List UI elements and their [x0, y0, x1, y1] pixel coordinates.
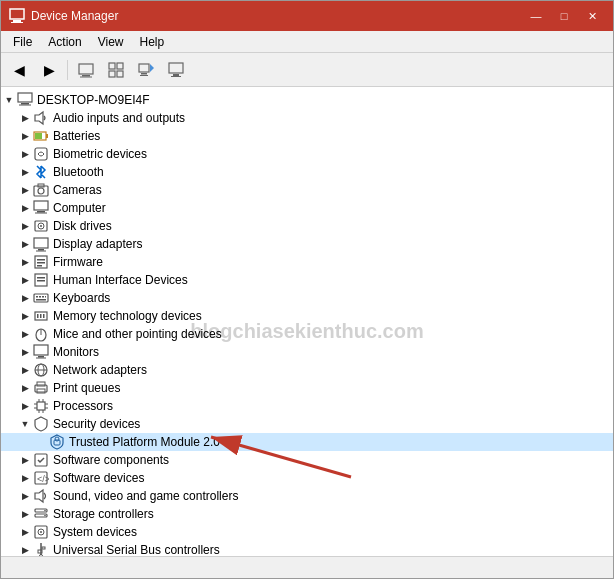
- expand-icon-storage[interactable]: ▶: [17, 506, 33, 522]
- forward-button[interactable]: ▶: [35, 57, 63, 83]
- back-button[interactable]: ◀: [5, 57, 33, 83]
- svg-rect-36: [36, 251, 46, 252]
- tree-item-tpm[interactable]: Trusted Platform Module 2.0: [1, 433, 613, 451]
- toolbar-btn-1[interactable]: [72, 57, 100, 83]
- tree-item-monitors[interactable]: ▶Monitors: [1, 343, 613, 361]
- tree-panel[interactable]: ▼ DESKTOP-MO9EI4F ▶Audio inputs and outp…: [1, 87, 613, 556]
- tree-item-storage[interactable]: ▶Storage controllers: [1, 505, 613, 523]
- minimize-button[interactable]: —: [523, 5, 549, 27]
- svg-rect-45: [36, 296, 38, 298]
- tree-label-softwaredev: Software devices: [53, 471, 144, 485]
- tree-item-computer[interactable]: ▶Computer: [1, 199, 613, 217]
- expand-icon-diskdrives[interactable]: ▶: [17, 218, 33, 234]
- tree-item-bluetooth[interactable]: ▶Bluetooth: [1, 163, 613, 181]
- expand-icon-hid[interactable]: ▶: [17, 272, 33, 288]
- tree-item-processors[interactable]: ▶Processors: [1, 397, 613, 415]
- expand-icon-mice[interactable]: ▶: [17, 326, 33, 342]
- svg-rect-38: [37, 259, 45, 261]
- tree-item-memtech[interactable]: ▶Memory technology devices: [1, 307, 613, 325]
- root-expand-icon[interactable]: ▼: [1, 92, 17, 108]
- expand-icon-usb[interactable]: ▶: [17, 542, 33, 556]
- tree-item-usb[interactable]: ▶Universal Serial Bus controllers: [1, 541, 613, 556]
- svg-rect-51: [37, 314, 39, 318]
- expand-icon-bluetooth[interactable]: ▶: [17, 164, 33, 180]
- tree-item-network[interactable]: ▶Network adapters: [1, 361, 613, 379]
- expand-icon-audio[interactable]: ▶: [17, 110, 33, 126]
- expand-icon-softwaredev[interactable]: ▶: [17, 470, 33, 486]
- toolbar-btn-3[interactable]: [132, 57, 160, 83]
- menu-file[interactable]: File: [5, 33, 40, 51]
- svg-text:</>: </>: [37, 474, 49, 484]
- expand-icon-softwarecomp[interactable]: ▶: [17, 452, 33, 468]
- tree-item-displayadapters[interactable]: ▶Display adapters: [1, 235, 613, 253]
- svg-marker-20: [35, 112, 43, 124]
- tree-icon-tpm: [49, 434, 65, 450]
- tree-item-audio[interactable]: ▶Audio inputs and outputs: [1, 109, 613, 127]
- tree-label-bluetooth: Bluetooth: [53, 165, 104, 179]
- expand-icon-monitors[interactable]: ▶: [17, 344, 33, 360]
- svg-rect-14: [169, 63, 183, 73]
- expand-icon-cameras[interactable]: ▶: [17, 182, 33, 198]
- tree-label-memtech: Memory technology devices: [53, 309, 202, 323]
- tree-item-batteries[interactable]: ▶Batteries: [1, 127, 613, 145]
- tree-icon-cameras: [33, 182, 49, 198]
- tree-label-tpm: Trusted Platform Module 2.0: [69, 435, 220, 449]
- expand-icon-keyboards[interactable]: ▶: [17, 290, 33, 306]
- tree-label-system: System devices: [53, 525, 137, 539]
- tree-item-security[interactable]: ▼Security devices: [1, 415, 613, 433]
- expand-icon-printq[interactable]: ▶: [17, 380, 33, 396]
- tree-item-softwaredev[interactable]: ▶</>Software devices: [1, 469, 613, 487]
- expand-icon-memtech[interactable]: ▶: [17, 308, 33, 324]
- tree-icon-softwaredev: </>: [33, 470, 49, 486]
- tree-item-printq[interactable]: ▶Print queues: [1, 379, 613, 397]
- expand-icon-system[interactable]: ▶: [17, 524, 33, 540]
- tree-icon-audio: [33, 110, 49, 126]
- svg-rect-53: [43, 314, 45, 318]
- svg-rect-16: [171, 76, 181, 77]
- expand-icon-displayadapters[interactable]: ▶: [17, 236, 33, 252]
- tree-item-sound[interactable]: ▶Sound, video and game controllers: [1, 487, 613, 505]
- tree-item-firmware[interactable]: ▶Firmware: [1, 253, 613, 271]
- svg-rect-43: [37, 280, 45, 282]
- tree-label-audio: Audio inputs and outputs: [53, 111, 185, 125]
- svg-rect-17: [18, 93, 32, 102]
- tree-item-mice[interactable]: ▶Mice and other pointing devices: [1, 325, 613, 343]
- expand-icon-computer[interactable]: ▶: [17, 200, 33, 216]
- svg-rect-24: [35, 148, 47, 160]
- tree-label-network: Network adapters: [53, 363, 147, 377]
- svg-rect-42: [37, 277, 45, 279]
- tree-item-softwarecomp[interactable]: ▶Software components: [1, 451, 613, 469]
- toolbar-btn-2[interactable]: [102, 57, 130, 83]
- tree-item-diskdrives[interactable]: ▶Disk drives: [1, 217, 613, 235]
- menu-action[interactable]: Action: [40, 33, 89, 51]
- expand-icon-sound[interactable]: ▶: [17, 488, 33, 504]
- expand-icon-network[interactable]: ▶: [17, 362, 33, 378]
- svg-rect-28: [34, 201, 48, 210]
- close-button[interactable]: ✕: [579, 5, 605, 27]
- tree-item-keyboards[interactable]: ▶Keyboards: [1, 289, 613, 307]
- expand-icon-security[interactable]: ▼: [17, 416, 33, 432]
- tree-icon-keyboards: [33, 290, 49, 306]
- tree-root[interactable]: ▼ DESKTOP-MO9EI4F: [1, 91, 613, 109]
- menu-help[interactable]: Help: [132, 33, 173, 51]
- tree-item-cameras[interactable]: ▶Cameras: [1, 181, 613, 199]
- tree-icon-security: [33, 416, 49, 432]
- svg-rect-56: [34, 345, 48, 355]
- expand-icon-batteries[interactable]: ▶: [17, 128, 33, 144]
- root-computer-icon: [17, 92, 33, 108]
- tree-item-hid[interactable]: ▶Human Interface Devices: [1, 271, 613, 289]
- expand-icon-processors[interactable]: ▶: [17, 398, 33, 414]
- menu-view[interactable]: View: [90, 33, 132, 51]
- svg-rect-48: [45, 296, 46, 298]
- expand-icon-firmware[interactable]: ▶: [17, 254, 33, 270]
- tree-icon-biometric: [33, 146, 49, 162]
- expand-icon-tpm[interactable]: [33, 434, 49, 450]
- tree-item-biometric[interactable]: ▶Biometric devices: [1, 145, 613, 163]
- maximize-button[interactable]: □: [551, 5, 577, 27]
- expand-icon-biometric[interactable]: ▶: [17, 146, 33, 162]
- svg-rect-8: [109, 71, 115, 77]
- toolbar-btn-monitor[interactable]: [162, 57, 190, 83]
- tree-icon-network: [33, 362, 49, 378]
- tree-item-system[interactable]: ▶System devices: [1, 523, 613, 541]
- svg-point-33: [40, 225, 42, 227]
